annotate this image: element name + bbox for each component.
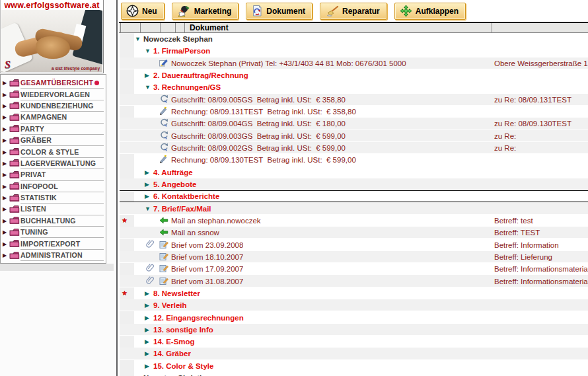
reparatur-button[interactable]: Reparatur	[320, 3, 387, 20]
marketing-button[interactable]: Marketing	[172, 3, 239, 20]
collapse-triangle-icon[interactable]: ▼	[135, 36, 143, 42]
chevron-right-icon: ▶	[3, 92, 9, 98]
sidebar-item-kampagnen[interactable]: ▶KAMPAGNEN	[1, 112, 106, 123]
expand-triangle-icon[interactable]: ▶	[145, 302, 153, 309]
sidebar-item-party[interactable]: ▶PARTY	[1, 124, 106, 135]
collapse-triangle-icon[interactable]: ▼	[145, 206, 153, 212]
collapse-triangle-icon[interactable]: ▼	[145, 48, 153, 54]
tree-row-document-rechnung-08-09-130test-betrag-inkl-ust-5[interactable]: Rechnung: 08/09.130TEST Betrag inkl. USt…	[120, 154, 588, 166]
tree-row-category-8-newsletter[interactable]: ★▶8. Newsletter	[120, 287, 588, 299]
aufklappen-button[interactable]: Aufklappen	[394, 3, 466, 20]
tree-row-category-14-gräber[interactable]: ▶14. Gräber	[120, 348, 588, 359]
sidebar-item-tuning[interactable]: ▶TUNING	[1, 227, 106, 238]
row-label: 9. Verleih	[153, 301, 187, 309]
mail-arrow-icon	[159, 227, 168, 239]
tree-row-document-gutschrift-08-09-002gs-betrag-inkl-ust-5[interactable]: Gutschrift: 08/09.002GS Betrag inkl. USt…	[120, 142, 588, 154]
tree-row-document-gutschrift-08-09-005gs-betrag-inkl-ust-3[interactable]: Gutschrift: 08/09.005GS Betrag inkl. USt…	[120, 94, 588, 106]
sidebar-item-gesamtübersicht[interactable]: ▶GESAMTÜBERSICHT	[1, 77, 106, 89]
tree-row-document-gutschrift-08-09-004gs-betrag-inkl-ust-1[interactable]: Gutschrift: 08/09.004GS Betrag inkl. USt…	[120, 118, 588, 130]
tree-row-document-brief-vom-31-08-2007[interactable]: Brief vom 31.08.2007Betreff: Information…	[120, 275, 588, 287]
folder-icon	[9, 215, 20, 227]
tree-row-category-3-rechnungen-gs[interactable]: ▼3. Rechnungen/GS	[120, 81, 588, 93]
sidebar-item-infopool[interactable]: ▶INFOPOOL	[1, 181, 106, 192]
sidebar-item-buchhaltung[interactable]: ▶BUCHHALTUNG	[1, 215, 106, 227]
tree-row-document-nowoczek-stephan-privat-tel-43-1-403-44-[interactable]: Nowoczek Stephan (Privat) Tel: +43/1/403…	[120, 57, 588, 69]
tree-row-contact-nowotny-christian[interactable]: ▶Nowotny Christian	[120, 372, 588, 376]
row-gutter	[120, 275, 134, 287]
sidebar-item-listen[interactable]: ▶LISTEN	[1, 204, 106, 215]
row-content: Gutschrift: 08/09.002GS Betrag inkl. USt…	[134, 142, 588, 154]
document-icon	[251, 5, 263, 17]
row-label: 1. Firma/Person	[153, 47, 210, 55]
sidebar-item-lagerverwaltung[interactable]: ▶LAGERVERWALTUNG	[1, 158, 106, 169]
tree-row-document-brief-vom-23-09-2008[interactable]: Brief vom 23.09.2008Betreff: Information	[120, 239, 588, 250]
row-gutter	[120, 106, 134, 118]
button-label: Aufklappen	[416, 7, 459, 16]
sidebar-item-administration[interactable]: ▶ADMINISTRATION	[1, 250, 106, 261]
tree-row-document-brief-vom-17-09-2007[interactable]: Brief vom 17.09.2007Betreff: Information…	[120, 263, 588, 275]
tree-row-document-gutschrift-08-09-003gs-betrag-inkl-ust-5[interactable]: Gutschrift: 08/09.003GS Betrag inkl. USt…	[120, 130, 588, 142]
row-label: Rechnung: 08/09.131TEST Betrag inkl. USt…	[171, 108, 356, 116]
sidebar-item-import-export[interactable]: ▶IMPORT/EXPORT	[1, 238, 106, 249]
tree-row-contact-nowoczek-stephan[interactable]: ▼Nowoczek Stephan	[120, 33, 588, 45]
expand-triangle-icon[interactable]: ▶	[145, 363, 153, 369]
sidebar-item-label: KAMPAGNEN	[20, 113, 67, 121]
tree-row-document-mail-an-ssnow[interactable]: Mail an ssnowBetreff: TEST	[120, 227, 588, 239]
sidebar-item-wiedervorlagen[interactable]: ▶WIEDERVORLAGEN	[1, 89, 106, 100]
expand-triangle-icon[interactable]: ▶	[145, 193, 153, 200]
row-label: 6. Kontaktberichte	[153, 192, 219, 200]
tree-row-category-2-dauerauftrag-rechnung[interactable]: ▶2. Dauerauftrag/Rechnung	[120, 69, 588, 81]
sidebar-item-label: BUCHHALTUNG	[20, 217, 76, 225]
company-logo: www.erfolgssoftware.at S a sist lifestyl…	[0, 0, 104, 73]
expand-triangle-icon[interactable]: ▶	[145, 350, 153, 357]
document-type-slot	[159, 227, 171, 239]
dokument-button[interactable]: Dokument	[246, 3, 312, 20]
column-header-dokument[interactable]: Dokument	[185, 23, 492, 32]
tree-row-category-7-brief-fax-mail[interactable]: ▼7. Brief/Fax/Mail	[120, 202, 588, 214]
tree-row-document-brief-vom-18-10-2007[interactable]: Brief vom 18.10.2007Betreff: Lieferung	[120, 251, 588, 263]
row-gutter	[120, 57, 134, 69]
tree-row-category-1-firma-person[interactable]: ▼1. Firma/Person	[120, 45, 588, 57]
expand-triangle-icon[interactable]: ▶	[145, 72, 153, 79]
document-type-slot	[159, 263, 171, 275]
collapse-triangle-icon[interactable]: ▼	[145, 84, 153, 91]
tree-row-category-13-sonstige-info[interactable]: ▶13. sonstige Info	[120, 324, 588, 336]
sidebar-item-label: STATISTIK	[20, 194, 57, 202]
sidebar-item-statistik[interactable]: ▶STATISTIK	[1, 192, 106, 204]
sidebar-item-kundenbeziehung[interactable]: ▶KUNDENBEZIEHUNG	[1, 100, 106, 112]
tree-row-category-4-aufträge[interactable]: ▶4. Aufträge	[120, 167, 588, 178]
sidebar-item-gräber[interactable]: ▶GRÄBER	[1, 135, 106, 146]
tree-row-document-rechnung-08-09-131test-betrag-inkl-ust-3[interactable]: Rechnung: 08/09.131TEST Betrag inkl. USt…	[120, 106, 588, 118]
row-label: 13. sonstige Info	[153, 326, 213, 334]
tree-row-category-12-eingangsrechnungen[interactable]: ▶12. Eingangsrechnungen	[120, 311, 588, 323]
row-content: ▶5. Angebote	[134, 178, 588, 190]
header-cell-spacer	[121, 23, 141, 32]
folder-icon	[9, 204, 20, 215]
letter-icon	[159, 276, 168, 287]
sidebar-item-color-style[interactable]: ▶COLOR & STYLE	[1, 146, 106, 157]
document-type-slot	[159, 57, 171, 69]
chevron-right-icon: ▶	[3, 126, 9, 132]
row-gutter	[120, 142, 134, 154]
sidebar-item-privat[interactable]: ▶PRIVAT	[1, 169, 106, 180]
tree-row-category-9-verleih[interactable]: ▶9. Verleih	[120, 299, 588, 311]
tree-row-category-15-color-style[interactable]: ▶15. Color & Style	[120, 360, 588, 372]
expand-triangle-icon[interactable]: ▶	[145, 338, 153, 345]
expand-triangle-icon[interactable]: ▶	[145, 181, 153, 188]
sidebar-item-label: GESAMTÜBERSICHT	[20, 79, 93, 87]
neu-button[interactable]: Neu	[121, 3, 165, 20]
tree-row-document-mail-an-stephan-nowoczek[interactable]: ★Mail an stephan.nowoczekBetreff: test	[120, 215, 588, 227]
tree-row-category-6-kontaktberichte[interactable]: ▶6. Kontaktberichte	[120, 190, 588, 202]
expand-triangle-icon[interactable]: ▶	[145, 315, 153, 321]
expand-triangle-icon[interactable]: ▶	[145, 326, 153, 333]
expand-triangle-icon[interactable]: ▶	[145, 169, 153, 176]
credit-note-icon	[159, 130, 168, 142]
row-secondary-value: Betreff: Information	[494, 239, 588, 250]
tree-row-category-14-e-smog[interactable]: ▶14. E-Smog	[120, 336, 588, 348]
row-gutter	[120, 33, 134, 45]
row-secondary-value: Betreff: TEST	[494, 227, 588, 239]
expand-triangle-icon[interactable]: ▶	[145, 290, 153, 297]
sidebar-item-label: PRIVAT	[20, 170, 46, 178]
row-label: Gutschrift: 08/09.003GS Betrag inkl. USt…	[171, 132, 346, 140]
tree-row-category-5-angebote[interactable]: ▶5. Angebote	[120, 178, 588, 190]
